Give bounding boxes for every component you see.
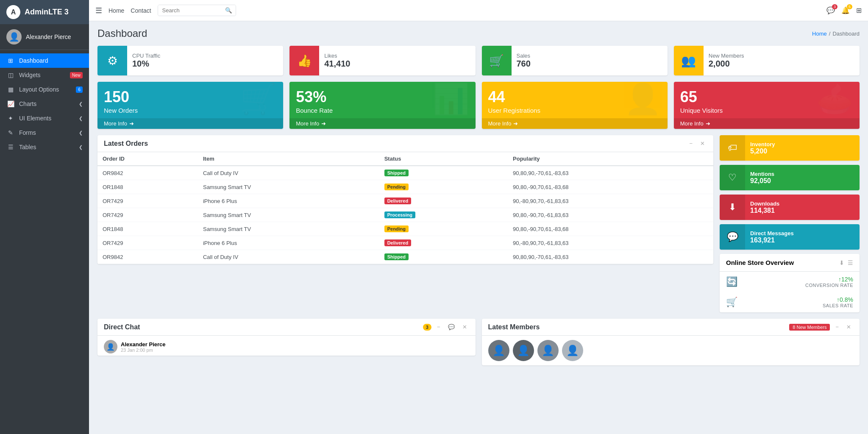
member-avatar-2[interactable]: 👤 bbox=[513, 340, 534, 361]
member-avatar-1[interactable]: 👤 bbox=[488, 340, 509, 361]
status-badge: Delivered bbox=[384, 198, 412, 204]
search-input[interactable] bbox=[158, 5, 222, 16]
order-popularity: 90,80,90,-70,61,-83,63 bbox=[508, 166, 713, 180]
small-box-icon-3: 💬 bbox=[720, 224, 745, 250]
order-id: OR9842 bbox=[97, 250, 198, 264]
info-box-label-3: New Members bbox=[709, 53, 744, 59]
small-box-2[interactable]: ⬇ Downloads 114,381 bbox=[720, 195, 860, 220]
sidebar-item-tables[interactable]: ☰ Tables ❮ bbox=[0, 140, 89, 154]
main-column: Latest Orders − ✕ Order IDItemStatusPopu… bbox=[97, 135, 713, 312]
order-id: OR1848 bbox=[97, 222, 198, 236]
nav-contact-link[interactable]: Contact bbox=[131, 7, 151, 14]
search-button[interactable]: 🔍 bbox=[222, 5, 236, 16]
apps-icon[interactable]: ⊞ bbox=[856, 6, 862, 14]
info-box-icon-1: 👍 bbox=[289, 46, 319, 75]
brand-logo: A bbox=[6, 5, 20, 19]
messages-icon[interactable]: 💬 3 bbox=[826, 6, 835, 14]
overview-item-0: 🔄 ↑12% CONVERSION RATE bbox=[720, 272, 860, 292]
menu-icon[interactable]: ☰ bbox=[848, 259, 853, 266]
menu-icon-6: ☰ bbox=[6, 144, 15, 150]
order-status: Delivered bbox=[379, 236, 508, 250]
overview-icon-0: 🔄 bbox=[726, 276, 737, 287]
table-row: OR7429 iPhone 6 Plus Delivered 90,-80,90… bbox=[97, 236, 713, 250]
sidebar-item-charts[interactable]: 📈 Charts ❮ bbox=[0, 97, 89, 111]
notifications-badge: 5 bbox=[847, 4, 852, 9]
info-box-content-0: CPU Traffic 10% bbox=[127, 48, 165, 73]
online-store-card: Online Store Overview ⬇ ☰ 🔄 ↑12% CONVERS… bbox=[720, 254, 860, 312]
overview-stat-0: CONVERSION RATE bbox=[805, 283, 853, 288]
download-icon[interactable]: ⬇ bbox=[839, 259, 844, 266]
sidebar-item-label: Forms bbox=[19, 129, 36, 136]
sidebar-item-label: UI Elements bbox=[19, 115, 51, 122]
minimize-chat-button[interactable]: − bbox=[435, 323, 442, 331]
status-badge: Delivered bbox=[384, 239, 412, 246]
status-badge: Pending bbox=[384, 184, 409, 190]
comment-chat-button[interactable]: 💬 bbox=[446, 323, 457, 331]
more-info-arrow-2: ➜ bbox=[513, 120, 518, 127]
sidebar-item-layout-options[interactable]: ▦ Layout Options 6 bbox=[0, 82, 89, 97]
order-status: Pending bbox=[379, 180, 508, 194]
bottom-row: Direct Chat 3 − 💬 ✕ 👤 Alexander Pierce 2… bbox=[97, 319, 860, 365]
member-avatar-3[interactable]: 👤 bbox=[537, 340, 559, 361]
sidebar-item-label: Widgets bbox=[19, 72, 41, 78]
close-members-button[interactable]: ✕ bbox=[844, 323, 853, 331]
order-status: Processing bbox=[379, 208, 508, 222]
sidebar-item-label: Charts bbox=[19, 100, 36, 107]
hamburger-button[interactable]: ☰ bbox=[95, 6, 102, 15]
order-id: OR7429 bbox=[97, 236, 198, 250]
info-box-3[interactable]: 👥 New Members 2,000 bbox=[674, 46, 860, 75]
order-item: Samsung Smart TV bbox=[198, 222, 379, 236]
info-box-value-2: 760 bbox=[517, 59, 531, 69]
big-box-more-info-0[interactable]: More Info ➜ bbox=[97, 118, 283, 129]
order-popularity: 90,80,-90,70,61,-83,68 bbox=[508, 222, 713, 236]
sidebar-item-dashboard[interactable]: ⊞ Dashboard bbox=[0, 53, 89, 68]
info-box-2[interactable]: 🛒 Sales 760 bbox=[482, 46, 668, 75]
nav-home-link[interactable]: Home bbox=[108, 7, 124, 14]
big-box-icon-0: 🛒 bbox=[240, 82, 277, 116]
status-badge: Shipped bbox=[384, 253, 409, 260]
chevron-icon: ❮ bbox=[79, 101, 83, 107]
sidebar-brand[interactable]: A AdminLTE 3 bbox=[0, 0, 89, 24]
latest-members-col: Latest Members 8 New Members − ✕ 👤 👤 👤 👤 bbox=[482, 319, 860, 365]
member-avatar-4[interactable]: 👤 bbox=[562, 340, 583, 361]
big-box-more-info-2[interactable]: More Info ➜ bbox=[482, 118, 668, 129]
order-item: iPhone 6 Plus bbox=[198, 236, 379, 250]
small-box-title-1: Mentions bbox=[750, 171, 854, 177]
sidebar-item-forms[interactable]: ✎ Forms ❮ bbox=[0, 125, 89, 140]
sidebar-item-widgets[interactable]: ◫ Widgets New bbox=[0, 68, 89, 82]
big-box-0[interactable]: 150 New Orders 🛒 More Info ➜ bbox=[97, 82, 283, 129]
notifications-icon[interactable]: 🔔 5 bbox=[841, 6, 850, 14]
latest-members-title: Latest Members bbox=[488, 323, 540, 331]
sidebar-item-ui-elements[interactable]: ✦ UI Elements ❮ bbox=[0, 111, 89, 125]
small-box-3[interactable]: 💬 Direct Messages 163,921 bbox=[720, 224, 860, 250]
order-status: Delivered bbox=[379, 194, 508, 208]
direct-chat-title: Direct Chat bbox=[104, 323, 140, 331]
minimize-orders-button[interactable]: − bbox=[687, 139, 695, 147]
close-orders-button[interactable]: ✕ bbox=[698, 139, 707, 147]
big-box-1[interactable]: 53% Bounce Rate 📊 More Info ➜ bbox=[289, 82, 475, 129]
order-item: Samsung Smart TV bbox=[198, 208, 379, 222]
info-box-label-0: CPU Traffic bbox=[132, 53, 160, 59]
menu-icon-4: ✦ bbox=[6, 115, 15, 122]
small-box-1[interactable]: ♡ Mentions 92,050 bbox=[720, 165, 860, 190]
chat-user-info: Alexander Pierce 23 Jan 2:00 pm bbox=[121, 341, 166, 353]
orders-table: Order IDItemStatusPopularity OR9842 Call… bbox=[97, 152, 713, 264]
info-box-content-3: New Members 2,000 bbox=[704, 48, 749, 73]
order-status: Pending bbox=[379, 222, 508, 236]
close-chat-button[interactable]: ✕ bbox=[460, 323, 469, 331]
order-item: Call of Duty IV bbox=[198, 250, 379, 264]
overview-items: 🔄 ↑12% CONVERSION RATE 🛒 ↑0.8% SALES RAT… bbox=[720, 272, 860, 312]
big-box-3[interactable]: 65 Unique Visitors 🥧 More Info ➜ bbox=[674, 82, 860, 129]
info-box-0[interactable]: ⚙ CPU Traffic 10% bbox=[97, 46, 283, 75]
small-box-0[interactable]: 🏷 Inventory 5,200 bbox=[720, 135, 860, 161]
minimize-members-button[interactable]: − bbox=[833, 323, 841, 331]
table-row: OR1848 Samsung Smart TV Pending 90,80,-9… bbox=[97, 180, 713, 194]
chat-user-name: Alexander Pierce bbox=[121, 341, 166, 348]
main-content: ☰ Home Contact 🔍 💬 3 🔔 5 ⊞ Dashboard Hom… bbox=[89, 0, 868, 434]
big-box-more-info-3[interactable]: More Info ➜ bbox=[674, 118, 860, 129]
big-box-2[interactable]: 44 User Registrations 👤 More Info ➜ bbox=[482, 82, 668, 129]
big-box-more-info-1[interactable]: More Info ➜ bbox=[289, 118, 475, 129]
info-box-1[interactable]: 👍 Likes 41,410 bbox=[289, 46, 475, 75]
breadcrumb-home[interactable]: Home bbox=[812, 31, 827, 37]
latest-members-tools: 8 New Members − ✕ bbox=[789, 323, 853, 331]
